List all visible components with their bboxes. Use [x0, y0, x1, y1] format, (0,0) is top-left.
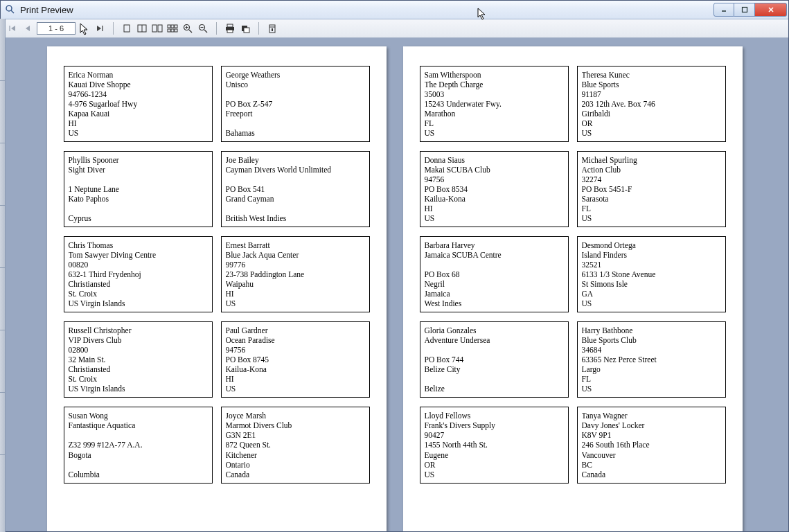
- last-page-button[interactable]: [94, 22, 106, 35]
- address-line: Island Finders: [582, 250, 721, 260]
- svg-point-0: [6, 6, 12, 11]
- address-line: US Virgin Islands: [69, 384, 208, 393]
- address-line: 632-1 Third Frydenhoj: [69, 269, 208, 279]
- address-line: Belize: [425, 384, 564, 393]
- address-line: Christiansted: [69, 279, 208, 289]
- page-range-input[interactable]: 1 - 6: [37, 22, 76, 35]
- address-line: FL: [582, 374, 721, 384]
- address-line: 15243 Underwater Fwy.: [425, 99, 564, 109]
- print-button[interactable]: [224, 22, 236, 35]
- address-line: Cayman Divers World Unlimited: [226, 165, 365, 175]
- close-preview-button[interactable]: [266, 22, 278, 35]
- address-line: Action Club: [582, 165, 721, 175]
- page-width-view-button[interactable]: [136, 22, 148, 35]
- address-line: 1 Neptune Lane: [69, 184, 208, 194]
- address-line: Theresa Kunec: [582, 70, 721, 80]
- address-line: 246 South 16th Place: [582, 440, 721, 450]
- address-label: Gloria GonzalesAdventure Undersea PO Box…: [420, 321, 569, 398]
- separator: [258, 22, 259, 35]
- address-line: US: [226, 299, 365, 308]
- address-line: Kitchener: [226, 450, 365, 460]
- address-line: Phyllis Spooner: [69, 155, 208, 165]
- address-line: Sam Witherspoon: [425, 70, 564, 80]
- address-label: Desmond OrtegaIsland Finders325216133 1/…: [577, 236, 726, 312]
- address-line: St Simons Isle: [582, 279, 721, 289]
- address-line: FL: [425, 118, 564, 128]
- svg-line-28: [204, 30, 207, 33]
- svg-rect-32: [227, 30, 233, 33]
- svg-marker-7: [11, 26, 15, 31]
- print-setup-button[interactable]: [239, 22, 251, 35]
- address-line: Frank's Divers Supply: [425, 420, 564, 430]
- minimize-button[interactable]: [713, 3, 734, 17]
- address-line: US: [425, 213, 564, 223]
- address-line: Jamaica: [425, 289, 564, 299]
- address-line: PO Box 68: [425, 269, 564, 279]
- close-button[interactable]: [755, 3, 787, 17]
- address-line: [226, 175, 365, 184]
- address-line: 34684: [582, 345, 721, 355]
- svg-rect-30: [227, 24, 233, 27]
- address-line: HI: [69, 118, 208, 128]
- address-line: Z32 999 #12A-77 A.A.: [69, 440, 208, 450]
- address-line: Kailua-Kona: [226, 364, 365, 374]
- address-line: Desmond Ortega: [582, 240, 721, 250]
- address-line: 90427: [425, 430, 564, 440]
- prev-page-button[interactable]: [21, 22, 34, 35]
- address-line: 23-738 Paddington Lane: [226, 269, 365, 279]
- left-partial-windows: [0, 19, 6, 532]
- toolbar: 1 - 6: [1, 19, 788, 38]
- address-line: VIP Divers Club: [69, 335, 208, 345]
- svg-rect-15: [152, 25, 157, 32]
- address-line: [69, 430, 208, 440]
- address-label: Lloyd FellowsFrank's Divers Supply904271…: [420, 407, 569, 483]
- address-line: 94756: [226, 345, 365, 355]
- address-line: Ocean Paradise: [226, 335, 365, 345]
- address-line: Vancouver: [582, 450, 721, 460]
- address-line: 94766-1234: [69, 89, 208, 99]
- address-label: Phyllis SpoonerSight Diver 1 Neptune Lan…: [64, 151, 213, 227]
- address-line: Jamaica SCUBA Centre: [425, 250, 564, 260]
- address-line: GA: [582, 289, 721, 299]
- address-line: US: [582, 384, 721, 393]
- address-line: BC: [582, 460, 721, 470]
- address-line: Canada: [582, 470, 721, 479]
- address-line: 02800: [69, 345, 208, 355]
- svg-rect-17: [168, 25, 170, 28]
- address-line: Erica Norman: [69, 70, 208, 80]
- address-line: US Virgin Islands: [69, 299, 208, 308]
- zoom-out-button[interactable]: [197, 22, 209, 35]
- svg-line-24: [189, 30, 192, 33]
- address-line: Eugene: [425, 450, 564, 460]
- next-page-button[interactable]: [78, 22, 91, 35]
- address-line: Giribaldi: [582, 109, 721, 118]
- address-line: 94756: [425, 175, 564, 184]
- maximize-button[interactable]: [734, 3, 755, 17]
- address-label: Joe BaileyCayman Divers World Unlimited …: [221, 151, 370, 227]
- address-line: Michael Spurling: [582, 155, 721, 165]
- multi-page-view-button[interactable]: [166, 22, 179, 35]
- zoom-in-button[interactable]: [181, 22, 194, 35]
- address-line: Belize City: [425, 364, 564, 374]
- address-line: Tom Sawyer Diving Centre: [69, 250, 208, 260]
- window-title: Print Preview: [20, 5, 73, 15]
- svg-marker-8: [26, 26, 30, 31]
- two-page-view-button[interactable]: [151, 22, 163, 35]
- address-line: 00820: [69, 260, 208, 269]
- address-line: Russell Christopher: [69, 326, 208, 335]
- window-controls: [713, 3, 787, 17]
- svg-rect-19: [175, 25, 177, 28]
- svg-rect-16: [158, 25, 162, 32]
- address-line: US: [425, 128, 564, 138]
- address-line: 872 Queen St.: [226, 440, 365, 450]
- address-line: 99776: [226, 260, 365, 269]
- first-page-button[interactable]: [6, 22, 19, 35]
- address-line: Paul Gardner: [226, 326, 365, 335]
- svg-rect-20: [168, 29, 170, 32]
- whole-page-view-button[interactable]: [121, 22, 133, 35]
- address-line: Kapaa Kauai: [69, 109, 208, 118]
- address-line: Blue Sports Club: [582, 335, 721, 345]
- address-label: Russell ChristopherVIP Divers Club028003…: [64, 321, 213, 398]
- separator: [216, 22, 217, 35]
- address-line: Christiansted: [69, 364, 208, 374]
